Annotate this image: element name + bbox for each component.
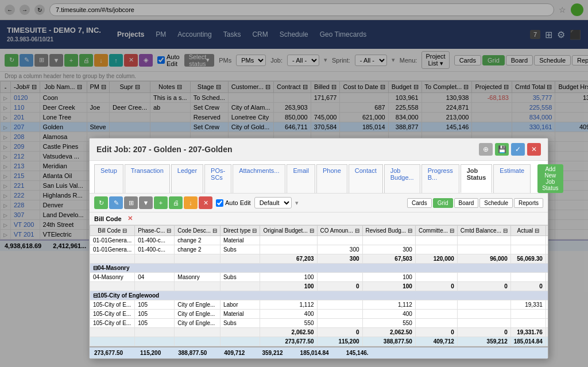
col-phase[interactable]: Phase-C... ⊟ xyxy=(135,226,175,236)
modal-edit-btn[interactable]: ✎ xyxy=(109,196,123,209)
col-committed[interactable]: Committe... ⊟ xyxy=(415,226,457,236)
bill-code-header: Bill Code ✕ xyxy=(90,213,548,225)
modal-content[interactable]: Bill Code ⊟ Phase-C... ⊟ Code Desc... ⊟ … xyxy=(90,225,548,342)
modal-toolbar: ↻ ✎ ⊞ ▼ + 🖨 ↓ ✕ Auto Edit Default ▾ Card… xyxy=(90,194,548,213)
edit-job-modal: Edit Job: 207 - Golden - 207-Golden ⊕ 💾 … xyxy=(89,138,548,342)
col-bill-code[interactable]: Bill Code ⊟ xyxy=(90,226,135,236)
modal-export-btn[interactable]: ↓ xyxy=(184,196,198,209)
col-cost-complete[interactable]: Cost to Comple xyxy=(546,226,548,236)
modal-grid-btn[interactable]: Grid xyxy=(433,198,453,208)
modal-reports-btn[interactable]: Reports xyxy=(514,198,543,208)
tab-email[interactable]: Email xyxy=(287,164,315,193)
modal-header: Edit Job: 207 - Golden - 207-Golden ⊕ 💾 … xyxy=(90,138,548,161)
tab-transaction[interactable]: Transaction xyxy=(125,164,170,193)
modal-table-btn[interactable]: ⊞ xyxy=(124,196,138,209)
bill-group-header: ⊟04-Masonry xyxy=(90,264,548,273)
modal-print-btn[interactable]: 🖨 xyxy=(169,196,183,209)
tab-ledger[interactable]: Ledger xyxy=(171,164,203,193)
bill-table: Bill Code ⊟ Phase-C... ⊟ Code Desc... ⊟ … xyxy=(90,225,548,342)
modal-tabs: Setup Transaction Ledger POs-SCs Attachm… xyxy=(90,161,548,194)
modal-header-btns: ⊕ 💾 ✓ ✕ xyxy=(479,143,541,156)
bill-table-row[interactable]: 105-City of E... 105 City of Engle... Su… xyxy=(90,319,548,328)
bill-table-row[interactable]: 01-01Genera... 01-400-c... change 2 Subs… xyxy=(90,245,548,254)
modal-save-btn[interactable]: 💾 xyxy=(495,143,509,156)
modal-title: Edit Job: 207 - Golden - 207-Golden xyxy=(96,145,232,154)
bc-code: 01-01Genera... xyxy=(90,236,135,245)
modal-del-btn[interactable]: ✕ xyxy=(199,196,212,209)
bill-table-row[interactable]: 01-01Genera... 01-400-c... change 2 Mate… xyxy=(90,236,548,245)
modal-auto-edit: Auto Edit xyxy=(216,199,251,207)
modal-toolbar-btns: ↻ ✎ ⊞ ▼ + 🖨 ↓ ✕ xyxy=(94,196,212,209)
modal-refresh-btn[interactable]: ↻ xyxy=(94,196,108,209)
bill-subtotal-row: 100 0 100 0 0 0 1 xyxy=(90,282,548,291)
bill-code-x-icon: ✕ xyxy=(127,215,133,222)
modal-status-select[interactable]: Default xyxy=(254,197,292,208)
col-actual[interactable]: Actual ⊟ xyxy=(510,226,546,236)
bill-code-label: Bill Code xyxy=(94,215,122,222)
modal-filter-btn[interactable]: ▼ xyxy=(139,196,153,209)
modal-overlay: Edit Job: 207 - Golden - 207-Golden ⊕ 💾 … xyxy=(0,0,588,342)
modal-add-btn[interactable]: + xyxy=(154,196,168,209)
col-co-amount[interactable]: CO Amoun... ⊟ xyxy=(317,226,362,236)
col-code-desc[interactable]: Code Desc... ⊟ xyxy=(175,226,220,236)
bill-table-row[interactable]: 105-City of E... 105 City of Engle... Ma… xyxy=(90,310,548,319)
modal-cards-btn[interactable]: Cards xyxy=(407,198,432,208)
bill-subtotal-row: 2,062.50 0 2,062.50 0 0 19,331.76 -18,78… xyxy=(90,328,548,337)
bill-table-row[interactable]: 105-City of E... 105 City of Engle... La… xyxy=(90,300,548,310)
tab-progress-b[interactable]: Progress B... xyxy=(421,164,459,193)
col-orig-budget[interactable]: Original Budget... ⊟ xyxy=(260,226,317,236)
modal-check-btn[interactable]: ✓ xyxy=(511,143,525,156)
tab-contact[interactable]: Contact xyxy=(349,164,383,193)
bill-table-header: Bill Code ⊟ Phase-C... ⊟ Code Desc... ⊟ … xyxy=(90,226,548,236)
modal-close-btn[interactable]: ✕ xyxy=(527,143,541,156)
col-cmtd-balance[interactable]: Cmtd Balance... ⊟ xyxy=(457,226,510,236)
col-revised-budget[interactable]: Revised Budg... ⊟ xyxy=(362,226,415,236)
modal-board-btn[interactable]: Board xyxy=(454,198,479,208)
bill-group-header: ⊟105-City of Englewood xyxy=(90,291,548,300)
bill-table-row[interactable]: 04-Masonry 04 Masonry Subs 100 100 1 xyxy=(90,273,548,282)
tab-job-status[interactable]: Job Status xyxy=(461,164,493,193)
tab-estimate[interactable]: Estimate xyxy=(493,164,531,193)
modal-auto-edit-checkbox[interactable] xyxy=(216,199,223,207)
tab-attachments[interactable]: Attachments... xyxy=(233,164,285,193)
col-direct-type[interactable]: Direct type ⊟ xyxy=(220,226,260,236)
add-new-status-btn[interactable]: Add New Job Status xyxy=(537,164,563,193)
bill-subtotal-row: 67,203 300 67,503 120,000 96,000 56,069.… xyxy=(90,254,548,264)
tab-pos-scs[interactable]: POs-SCs xyxy=(204,164,231,193)
modal-schedule-btn[interactable]: Schedule xyxy=(479,198,513,208)
modal-copy-btn[interactable]: ⊕ xyxy=(479,143,493,156)
tab-job-budget[interactable]: Job Budge... xyxy=(384,164,420,193)
bill-total-row: 273,677.50 115,200 388,877.50 409,712 35… xyxy=(90,337,548,342)
modal-view-btns: Cards Grid Board Schedule Reports xyxy=(407,198,543,208)
tab-setup[interactable]: Setup xyxy=(94,164,123,193)
tab-phone[interactable]: Phone xyxy=(316,164,347,193)
